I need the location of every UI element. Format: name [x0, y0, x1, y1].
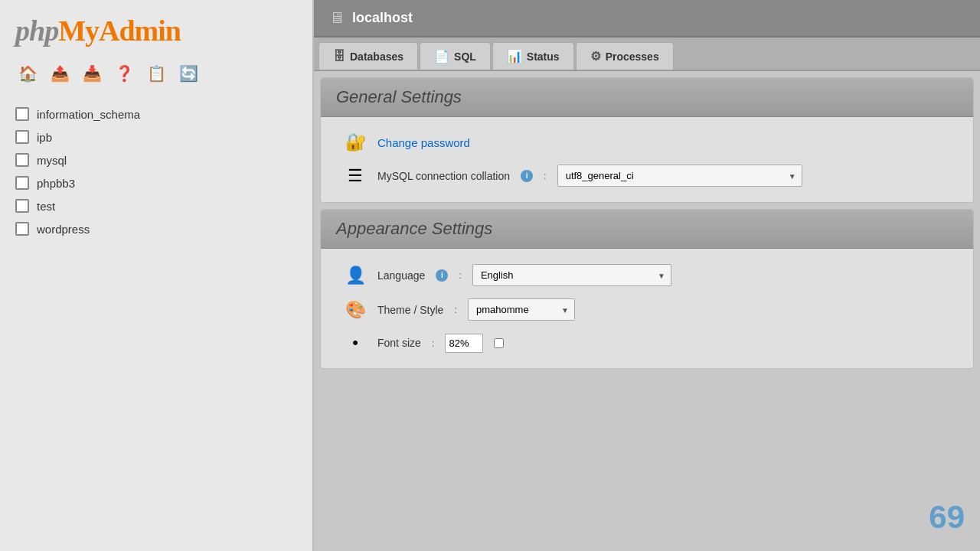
help-icon[interactable]: ❓ [112, 61, 136, 86]
tab-status[interactable]: 📊 Status [492, 42, 574, 70]
font-size-label: Font size [377, 337, 421, 349]
theme-colon: : [454, 304, 457, 315]
refresh-icon[interactable]: 🔄 [176, 61, 201, 86]
appearance-settings-title: Appearance Settings [336, 219, 492, 238]
tab-databases[interactable]: 🗄 Databases [318, 42, 418, 70]
db-item-test[interactable]: test [0, 194, 312, 217]
language-info-icon[interactable]: i [436, 269, 448, 282]
db-name: information_schema [37, 108, 140, 121]
logo-area: phpMyAdmin [0, 0, 312, 55]
db-item-wordpress[interactable]: wordpress [0, 217, 312, 240]
lock-icon: 🔐 [344, 132, 367, 152]
content: General Settings 🔐 Change password ☰ MyS… [314, 71, 980, 551]
appearance-settings-body: 👤 Language i : English French German Spa… [321, 249, 973, 368]
db-icon [15, 107, 29, 121]
db-name: test [37, 200, 55, 213]
processes-tab-icon: ⚙ [590, 49, 601, 64]
language-label: Language [377, 269, 425, 282]
tab-databases-label: Databases [350, 51, 403, 63]
font-size-icon: • [344, 333, 367, 353]
theme-select-wrapper: pmahomme original darkblue [468, 298, 575, 321]
home-icon[interactable]: 🏠 [15, 61, 40, 86]
collation-select[interactable]: utf8_general_ci utf8_unicode_ci latin1_s… [557, 165, 802, 187]
language-colon: : [459, 269, 462, 281]
db-name: mysql [37, 154, 67, 167]
db-name: wordpress [37, 223, 90, 236]
general-settings-body: 🔐 Change password ☰ MySQL connection col… [321, 117, 973, 202]
db-icon [15, 153, 29, 167]
font-size-colon: : [432, 337, 435, 349]
language-row: 👤 Language i : English French German Spa… [344, 264, 950, 286]
appearance-settings-section: Appearance Settings 👤 Language i : Engli… [320, 209, 974, 369]
logo-myadmin: MyAdmin [58, 15, 181, 47]
db-item-ipb[interactable]: ipb [0, 126, 312, 148]
databases-tab-icon: 🗄 [333, 50, 345, 64]
change-password-link[interactable]: Change password [377, 136, 470, 149]
db-icon [15, 130, 29, 144]
logo: phpMyAdmin [15, 14, 297, 47]
language-icon: 👤 [344, 266, 367, 285]
copy-icon[interactable]: 📋 [144, 61, 168, 86]
db-icon [15, 176, 29, 190]
page-number: 69 [929, 499, 965, 536]
collation-info-icon[interactable]: i [521, 170, 533, 182]
collation-row: ☰ MySQL connection collation i : utf8_ge… [344, 165, 950, 187]
header: 🖥 localhost [314, 0, 980, 37]
db-icon [15, 222, 29, 236]
db-name: ipb [37, 131, 52, 144]
db-item-mysql[interactable]: mysql [0, 148, 312, 171]
collation-colon: : [544, 170, 547, 181]
db-item-information-schema[interactable]: information_schema [0, 103, 312, 126]
toolbar: 🏠 📤 📥 ❓ 📋 🔄 [0, 55, 312, 95]
font-size-checkbox[interactable] [494, 338, 504, 348]
server-icon: 🖥 [329, 9, 345, 27]
general-settings-header: General Settings [321, 78, 973, 117]
collation-select-wrapper: utf8_general_ci utf8_unicode_ci latin1_s… [557, 165, 802, 187]
collation-label: MySQL connection collation [377, 170, 510, 182]
tab-status-label: Status [527, 51, 560, 63]
db-name: phpbb3 [37, 177, 75, 190]
server-name: localhost [352, 10, 413, 26]
tab-processes-label: Processes [606, 51, 659, 63]
tabs: 🗄 Databases 📄 SQL 📊 Status ⚙ Processes [314, 37, 980, 71]
theme-label: Theme / Style [377, 304, 443, 316]
appearance-settings-header: Appearance Settings [321, 210, 973, 249]
collation-icon: ☰ [344, 166, 367, 186]
logo-php: php [15, 15, 58, 47]
theme-select[interactable]: pmahomme original darkblue [468, 298, 575, 321]
database-list: information_schema ipb mysql phpbb3 test… [0, 95, 312, 551]
change-password-row: 🔐 Change password [344, 132, 950, 152]
theme-row: 🎨 Theme / Style : pmahomme original dark… [344, 298, 950, 321]
tab-sql-label: SQL [454, 51, 476, 63]
language-select-wrapper: English French German Spanish [472, 264, 671, 286]
general-settings-section: General Settings 🔐 Change password ☰ MyS… [320, 77, 974, 203]
general-settings-title: General Settings [336, 87, 462, 106]
status-tab-icon: 📊 [507, 49, 522, 64]
font-size-row: • Font size : [344, 333, 950, 353]
font-size-input[interactable] [445, 334, 483, 353]
theme-icon: 🎨 [344, 300, 367, 320]
language-select[interactable]: English French German Spanish [472, 264, 671, 286]
sql-tab-icon: 📄 [434, 49, 449, 64]
db-item-phpbb3[interactable]: phpbb3 [0, 171, 312, 194]
db-icon [15, 199, 29, 213]
import-icon[interactable]: 📥 [80, 61, 104, 86]
export-icon[interactable]: 📤 [47, 61, 72, 86]
tab-sql[interactable]: 📄 SQL [420, 42, 491, 70]
tab-processes[interactable]: ⚙ Processes [576, 42, 674, 70]
